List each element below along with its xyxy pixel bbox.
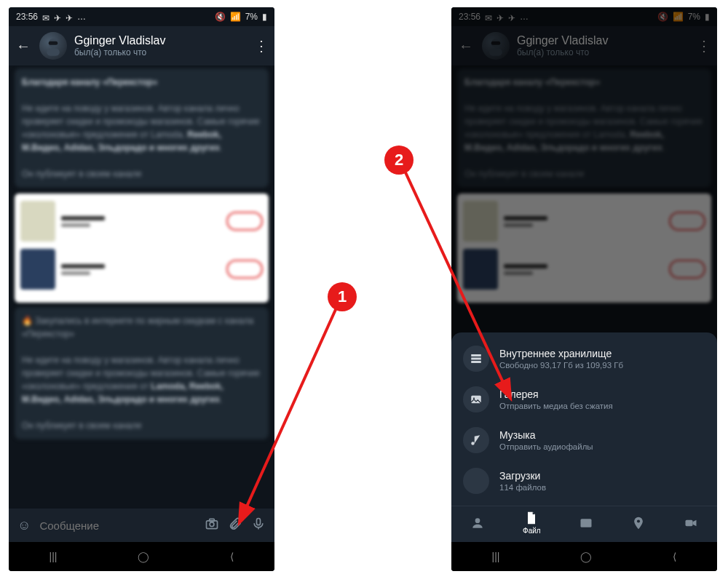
recent-apps-button[interactable]: ||| — [492, 551, 500, 562]
message-bubble: 🔥 Закупались в интернете по жирным скидк… — [15, 307, 269, 439]
downloads-title: Загрузки — [499, 470, 546, 482]
signal-icon: 📶 — [230, 12, 241, 22]
downloads-icon — [463, 468, 489, 494]
tab-file[interactable]: Файл — [523, 511, 541, 535]
battery-text: 7% — [245, 12, 258, 22]
battery-icon: ▮ — [705, 12, 710, 22]
status-time: 23:56 — [16, 12, 38, 22]
gallery-sub: Отправить медиа без сжатия — [499, 402, 613, 410]
chat-body[interactable]: Благодаря каналу «Перекстор» Не идите на… — [9, 65, 274, 516]
battery-text: 7% — [688, 12, 700, 22]
back-button[interactable]: ⟨ — [673, 551, 676, 562]
music-title: Музыка — [499, 429, 593, 441]
back-button[interactable]: ← — [15, 38, 32, 55]
battery-icon: ▮ — [262, 12, 267, 22]
message-input[interactable] — [39, 519, 196, 532]
chat-name: Gginger Vladislav — [74, 34, 247, 47]
emoji-icon[interactable]: ☺ — [17, 518, 31, 533]
tab-gallery[interactable] — [579, 516, 593, 530]
svg-point-15 — [475, 518, 480, 523]
annotation-1-label: 1 — [338, 287, 347, 306]
message-input-bar: ☺ — [9, 509, 274, 542]
link-preview — [15, 194, 269, 303]
telegram-icon: ✈ — [496, 13, 504, 20]
downloads-sub: 114 файлов — [499, 483, 546, 492]
annotation-badge-1: 1 — [328, 282, 357, 311]
screenshot-right: 23:56 ✉ ✈ ✈ … 🔇 📶 7% ▮ ← Gginger Vladisl… — [451, 7, 717, 571]
avatar[interactable] — [482, 32, 510, 60]
svg-rect-2 — [49, 41, 58, 45]
svg-point-17 — [637, 519, 640, 522]
telegram-icon: ✈ — [508, 13, 515, 20]
tab-video[interactable] — [684, 516, 698, 530]
gallery-option[interactable]: Галерея Отправить медиа без сжатия — [451, 379, 717, 420]
more-indicator: … — [520, 12, 529, 22]
svg-rect-11 — [471, 358, 481, 360]
svg-point-4 — [210, 522, 214, 526]
attach-tabs: Файл — [451, 506, 717, 542]
more-menu-button[interactable]: ⋮ — [697, 37, 711, 55]
status-bar: 23:56 ✉ ✈ ✈ … 🔇 📶 7% ▮ — [9, 7, 274, 26]
music-option[interactable]: Музыка Отправить аудиофайлы — [451, 420, 717, 461]
link-preview — [457, 194, 711, 303]
annotation-2-label: 2 — [395, 151, 403, 170]
vibrate-icon: 🔇 — [215, 12, 226, 22]
music-icon — [463, 427, 489, 453]
recent-apps-button[interactable]: ||| — [50, 551, 58, 562]
mail-icon: ✉ — [485, 13, 492, 20]
home-button[interactable]: ◯ — [138, 551, 149, 562]
chat-title-block[interactable]: Gginger Vladislav был(а) только что — [74, 34, 247, 57]
message-bubble: Благодаря каналу «Перекстор» Не идите на… — [15, 68, 269, 188]
storage-title: Внутреннее хранилище — [499, 348, 623, 359]
back-button[interactable]: ← — [457, 38, 475, 55]
gallery-title: Галерея — [499, 388, 613, 400]
camera-icon[interactable] — [205, 517, 219, 535]
android-nav-bar: ||| ◯ ⟨ — [9, 542, 274, 571]
back-button[interactable]: ⟨ — [230, 551, 234, 562]
svg-rect-8 — [489, 49, 502, 56]
chat-last-seen: был(а) только что — [74, 47, 247, 57]
status-bar: 23:56 ✉ ✈ ✈ … 🔇 📶 7% ▮ — [451, 7, 717, 26]
chat-header: ← Gginger Vladislav был(а) только что ⋮ — [451, 26, 717, 65]
svg-rect-12 — [471, 361, 481, 363]
storage-option[interactable]: Внутреннее хранилище Свободно 93,17 Гб и… — [451, 338, 717, 379]
more-indicator: … — [77, 12, 86, 22]
screenshot-left: 23:56 ✉ ✈ ✈ … 🔇 📶 7% ▮ ← Gginger Vladisl… — [9, 7, 274, 571]
telegram-icon: ✈ — [66, 13, 73, 20]
music-sub: Отправить аудиофайлы — [499, 442, 593, 451]
mail-icon: ✉ — [42, 13, 50, 20]
svg-rect-16 — [580, 519, 591, 527]
avatar[interactable] — [39, 32, 67, 60]
tab-contact[interactable] — [470, 516, 485, 530]
downloads-option[interactable]: Загрузки 114 файлов — [451, 461, 717, 501]
tab-location[interactable] — [631, 516, 646, 530]
message-bubble: Благодаря каналу «Перекстор» Не идите на… — [457, 68, 711, 188]
chat-header: ← Gginger Vladislav был(а) только что ⋮ — [9, 26, 274, 65]
telegram-icon: ✈ — [54, 13, 61, 20]
attach-file-sheet: Внутреннее хранилище Свободно 93,17 Гб и… — [451, 332, 717, 542]
status-time: 23:56 — [459, 12, 480, 22]
chat-title-block[interactable]: Gginger Vladislav был(а) только что — [517, 34, 689, 57]
android-nav-bar: ||| ◯ ⟨ — [451, 542, 717, 571]
svg-rect-6 — [257, 518, 261, 525]
storage-icon — [463, 346, 489, 372]
annotation-badge-2: 2 — [384, 146, 414, 175]
storage-sub: Свободно 93,17 Гб из 109,93 Гб — [499, 361, 623, 370]
chat-last-seen: был(а) только что — [517, 47, 689, 57]
svg-rect-10 — [471, 354, 481, 356]
mic-icon[interactable] — [251, 517, 266, 535]
chat-name: Gginger Vladislav — [517, 34, 689, 47]
signal-icon: 📶 — [673, 12, 684, 22]
svg-rect-9 — [491, 41, 501, 45]
svg-rect-1 — [47, 49, 60, 56]
attach-icon[interactable] — [228, 517, 242, 535]
home-button[interactable]: ◯ — [580, 551, 592, 562]
vibrate-icon: 🔇 — [657, 12, 668, 22]
gallery-icon — [463, 386, 489, 412]
svg-rect-18 — [685, 519, 692, 525]
more-menu-button[interactable]: ⋮ — [254, 37, 269, 55]
tab-file-label: Файл — [523, 527, 541, 535]
